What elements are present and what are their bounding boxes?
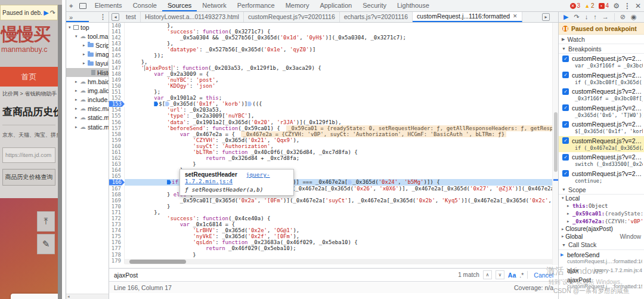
inline-breakpoint-candidate-icon[interactable] [348,180,352,184]
line-number[interactable]: 160 [109,143,125,149]
more-panels-icon[interactable]: » [69,14,72,21]
line-number[interactable]: 150 [109,83,125,89]
line-number[interactable]: 151 [109,89,125,95]
issues-badge[interactable]: ▪ 4 [599,2,609,9]
line-number[interactable]: 158 [109,131,125,137]
inline-breakpoint-candidate-icon[interactable] [165,101,169,106]
file-tree-item-static.man[interactable]: ▸☁static.man [66,122,109,131]
breakpoint-checkbox[interactable]: ✓ [562,72,569,78]
line-number[interactable]: 153 [109,101,125,107]
breakpoint-checkbox[interactable]: ✓ [562,170,569,177]
line-number[interactable]: 140 [109,23,125,29]
file-tree-item-hm.baidu.c[interactable]: ▸☁hm.baidu.c [66,77,109,86]
line-number[interactable]: 155 [109,113,125,119]
call-stack-section-header[interactable]: ▼ Call Stack [559,241,644,250]
scope-row-_0x467e2a[interactable]: ▸ _0x467e2a: {CZYVH: 'vBP',… [559,217,644,225]
toggle-sidebar-icon[interactable]: ▸ [542,13,550,21]
breadcrumb[interactable]: 比价网 > 省钱购物助手 [2,90,55,98]
line-number[interactable]: 143 [109,41,125,47]
file-tree-item-images[interactable]: ▸images [66,50,109,59]
breakpoint-checkbox[interactable]: ✓ [562,154,569,161]
devtools-menu-icon[interactable]: ⋮ [624,2,631,10]
line-number[interactable]: 163 [109,161,125,167]
regex-toggle[interactable]: .* [519,272,524,279]
devtools-tab-security[interactable]: Security [357,0,392,11]
file-tree-item-static.man[interactable]: ▸☁static.man [66,113,109,122]
pause-on-exceptions-icon[interactable]: ◉ [631,14,637,20]
file-tree-item-layui[interactable]: ▸layui [66,59,109,68]
line-number[interactable]: 142 [109,35,125,41]
file-tree-item-include.m[interactable]: ▸☁include.m [66,95,109,104]
file-tab[interactable]: customRequest.j...1116:formatted✕ [413,12,522,22]
breakpoint-checkbox[interactable]: ✓ [562,104,569,111]
resume-script-icon[interactable]: ▶ [44,10,48,16]
match-case-toggle[interactable]: Aa [508,272,516,279]
line-number[interactable]: 157 [109,125,125,131]
line-number[interactable]: 149 [109,77,125,83]
file-tree-item-img.alicdn[interactable]: ▸☁img.alicdn [66,86,109,95]
scope-section-header[interactable]: ▼ Scope [559,185,644,195]
breakpoint-entry[interactable]: ✓customRequest.js?v=202011...var _0x3f16… [559,54,644,70]
file-tree-item-scripts[interactable]: ▸Scripts [66,41,109,50]
devtools-tab-lighthouse[interactable]: Lighthouse [392,0,435,11]
call-stack-frame-beforeSend[interactable]: ▶beforeSendcustomRequest.j…:formatted:16… [559,250,644,266]
devtools-tab-elements[interactable]: Elements [89,0,128,11]
call-stack-frame-ajax[interactable]: ajaxjquery-1.7.2.min.js:4 [559,266,644,275]
line-number[interactable]: 162 [109,155,125,161]
devtools-tab-application[interactable]: Application [314,0,357,11]
step-over-icon[interactable]: ↷ [50,10,55,16]
line-number[interactable]: 179 [109,258,125,264]
breakpoint-checkbox[interactable]: ✓ [562,137,569,144]
search-input[interactable] [114,272,458,279]
devtools-tab-performance[interactable]: Performance [232,0,280,11]
editor-horizontal-scrollbar[interactable] [125,259,552,264]
line-number[interactable]: 159 [109,137,125,143]
breakpoint-entry[interactable]: ✓customRequest.js?v=202011...if (_0x3bc0… [559,70,644,87]
file-tree-item-top[interactable]: ▾top [66,23,109,32]
inline-breakpoint-candidate-icon[interactable] [247,101,252,106]
devtools-tab-memory[interactable]: Memory [280,0,315,11]
price-history-query-button[interactable]: 商品历史价格查询 [2,169,55,186]
file-tab[interactable]: echarts.js?v=20201116 [340,12,413,22]
back-to-top-button[interactable]: ⤒ [37,211,55,232]
devtools-tab-console[interactable]: Console [128,0,162,11]
line-number[interactable]: 172 [109,215,125,221]
inline-breakpoint-icon[interactable] [167,180,171,184]
line-number[interactable]: 178 [109,252,125,258]
scope-row-this[interactable]: ▸ this: Object [559,202,644,210]
inline-breakpoint-icon[interactable] [154,101,158,106]
scope-row-closure[interactable]: ▸ Closure (ajaxPost) [559,225,644,233]
line-number[interactable]: 165 [109,173,125,179]
watch-section-header[interactable]: ▶ Watch [559,35,644,44]
line-number[interactable]: 174 [109,227,125,233]
hide-navigator-icon[interactable]: ◂ [112,13,119,21]
breakpoint-entry[interactable]: ✓customRequest.js?v=202011...continue; [559,169,644,186]
line-number[interactable]: 156 [109,119,125,125]
feedback-button[interactable]: ✎ [37,234,55,254]
line-number[interactable]: 144 [109,47,125,53]
line-number[interactable]: 175 [109,233,125,239]
next-match-icon[interactable]: ∨ [496,270,504,279]
line-number[interactable]: 161 [109,149,125,155]
file-tab[interactable]: HistoryLowest.a...011493273.html [141,12,244,22]
console-errors-badge[interactable]: ✕ 3 [570,2,581,9]
breakpoints-section-header[interactable]: ▼ Breakpoints [559,44,644,54]
file-tab[interactable]: test [122,12,141,22]
previous-match-icon[interactable]: ∧ [483,270,492,279]
breakpoint-checkbox[interactable]: ✓ [562,121,569,128]
line-number[interactable]: 164 [109,167,125,173]
file-tree-item-misc.man[interactable]: ▸☁misc.man [66,104,109,113]
search-cancel-button[interactable]: Cancel [534,272,553,279]
line-number[interactable]: 170 [109,204,125,209]
line-number[interactable]: 173 [109,221,125,227]
navigator-horizontal-scrollbar[interactable]: ◂ [66,294,109,299]
scope-row-_0x59ca01[interactable]: ▸ _0x59ca01: {readyState: 0… [559,210,644,218]
line-number[interactable]: 167 [109,186,125,192]
line-number[interactable]: 147 [109,65,125,71]
step-into-icon[interactable]: ↓ [585,14,589,20]
step-icon[interactable]: → [602,14,609,20]
line-number[interactable]: 166 [109,179,125,185]
page-scrollbar[interactable] [58,5,62,299]
file-tree-item-tool.manman[interactable]: ▾☁tool.manman [66,32,109,41]
close-devtools-icon[interactable]: ✕ [635,2,641,10]
